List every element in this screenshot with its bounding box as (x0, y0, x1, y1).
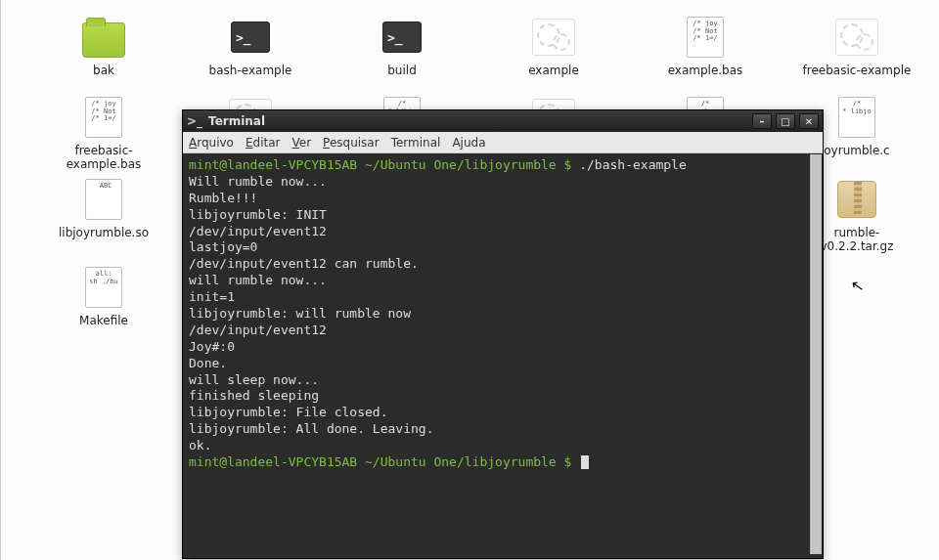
icon-label: example.bas (668, 65, 743, 78)
text-file-icon: all: sh ./bu (80, 264, 127, 311)
icon-label: bash-example (209, 65, 292, 78)
file-freebasic-example[interactable]: freebasic-example (793, 14, 920, 78)
text-file-icon: /* joy /* Not /* 1=/ (80, 94, 127, 141)
menu-help[interactable]: Ajuda (452, 136, 485, 150)
icon-label: oyrumble.c (824, 145, 889, 158)
shell-script-icon (227, 14, 274, 61)
folder-bak[interactable]: bak (40, 14, 167, 78)
file-build[interactable]: build (338, 14, 466, 78)
icon-label: example (528, 65, 579, 78)
close-button[interactable]: ✕ (799, 113, 819, 129)
titlebar[interactable]: >_ Terminal – □ ✕ (183, 110, 823, 132)
maximize-button[interactable]: □ (776, 113, 795, 129)
terminal-body[interactable]: mint@landeel-VPCYB15AB ~/Ubuntu One/libj… (183, 153, 823, 558)
menu-edit[interactable]: Editar (246, 136, 281, 150)
file-example[interactable]: example (490, 14, 617, 78)
binary-icon (833, 14, 880, 61)
file-example-bas[interactable]: /* joy /* Not /* 1=/example.bas (642, 14, 769, 78)
icon-label: libjoyrumble.so (59, 227, 149, 240)
menu-view[interactable]: Ver (292, 136, 312, 150)
scrollbar-thumb[interactable] (812, 154, 822, 554)
terminal-window: >_ Terminal – □ ✕ ArquivoEditarVerPesqui… (182, 109, 824, 559)
terminal-cursor (581, 455, 589, 469)
scrollbar[interactable] (810, 154, 822, 554)
terminal-icon: >_ (187, 114, 202, 128)
icon-label: Makefile (79, 315, 128, 328)
folder-icon (80, 14, 127, 61)
shell-script-icon (379, 14, 425, 61)
text-file-icon: /* * libjo (833, 94, 880, 141)
text-file-icon: ABC (80, 176, 127, 223)
minimize-button[interactable]: – (752, 113, 772, 129)
icon-label: build (387, 65, 417, 78)
file-makefile[interactable]: all: sh ./buMakefile (40, 264, 167, 328)
icon-label: freebasic-example.bas (45, 145, 162, 172)
binary-icon (530, 14, 577, 61)
file-freebasic-example-bas[interactable]: /* joy /* Not /* 1=/freebasic-example.ba… (40, 94, 167, 172)
icon-label: bak (93, 65, 114, 78)
menu-search[interactable]: Pesquisar (323, 136, 380, 150)
file-bash-example[interactable]: bash-example (187, 14, 314, 78)
window-title: Terminal (208, 114, 752, 128)
file-libjoyrumble-so[interactable]: ABClibjoyrumble.so (40, 176, 167, 240)
menu-terminal[interactable]: Terminal (391, 136, 441, 150)
menubar: ArquivoEditarVerPesquisarTerminalAjuda (183, 132, 823, 153)
archive-icon (833, 176, 880, 223)
menu-file[interactable]: Arquivo (189, 136, 234, 150)
icon-label: freebasic-example (803, 65, 912, 78)
text-file-icon: /* joy /* Not /* 1=/ (682, 14, 729, 61)
